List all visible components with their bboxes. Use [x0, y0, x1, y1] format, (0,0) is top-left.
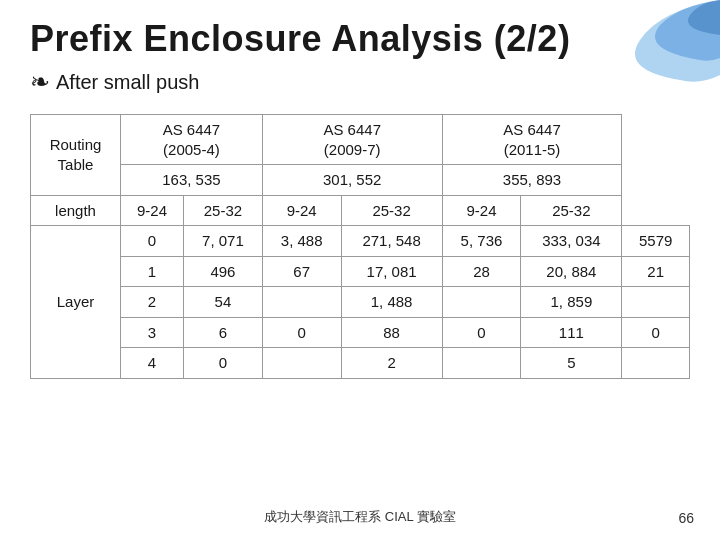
subtitle-text: After small push: [56, 71, 199, 94]
r4v6: [622, 348, 690, 379]
r1v4: 28: [442, 256, 521, 287]
data-table: RoutingTable AS 6447(2005-4) AS 6447(200…: [30, 114, 690, 379]
routing-table-header: RoutingTable: [31, 115, 121, 196]
table-row: 3 6 0 88 0 111 0: [31, 317, 690, 348]
length-9-24-c: 9-24: [442, 195, 521, 226]
table-row: 4 0 2 5: [31, 348, 690, 379]
r0v2: 3, 488: [262, 226, 341, 257]
bullet-icon: ❧: [30, 68, 50, 96]
size-2011: 355, 893: [442, 165, 622, 196]
r2v5: 1, 859: [521, 287, 622, 318]
r3v5: 111: [521, 317, 622, 348]
r3v6: 0: [622, 317, 690, 348]
layer-label: Layer: [31, 226, 121, 379]
r3v1: 6: [184, 317, 263, 348]
length-label: length: [31, 195, 121, 226]
r2v6: [622, 287, 690, 318]
r3v3: 88: [341, 317, 442, 348]
r4v3: 2: [341, 348, 442, 379]
r0v3: 271, 548: [341, 226, 442, 257]
table-row: 1 496 67 17, 081 28 20, 884 21: [31, 256, 690, 287]
r2v1: 54: [184, 287, 263, 318]
table-header-row: RoutingTable AS 6447(2005-4) AS 6447(200…: [31, 115, 690, 165]
subtitle: ❧ After small push: [30, 68, 690, 96]
layer-2: 2: [121, 287, 184, 318]
r3v4: 0: [442, 317, 521, 348]
table-row: 163, 535 301, 552 355, 893: [31, 165, 690, 196]
r1v6: 21: [622, 256, 690, 287]
length-9-24-b: 9-24: [262, 195, 341, 226]
r1v5: 20, 884: [521, 256, 622, 287]
layer-3: 3: [121, 317, 184, 348]
table-row: 2 54 1, 488 1, 859: [31, 287, 690, 318]
r4v1: 0: [184, 348, 263, 379]
footer-text: 成功大學資訊工程系 CIAL 實驗室: [264, 508, 456, 526]
r4v5: 5: [521, 348, 622, 379]
r2v3: 1, 488: [341, 287, 442, 318]
r4v4: [442, 348, 521, 379]
r3v2: 0: [262, 317, 341, 348]
r1v3: 17, 081: [341, 256, 442, 287]
r1v2: 67: [262, 256, 341, 287]
layer-4: 4: [121, 348, 184, 379]
page-title: Prefix Enclosure Analysis (2/2): [30, 18, 690, 60]
length-9-24-a: 9-24: [121, 195, 184, 226]
as6447-2009-header: AS 6447(2009-7): [262, 115, 442, 165]
r2v2: [262, 287, 341, 318]
r4v2: [262, 348, 341, 379]
r0v6: 5579: [622, 226, 690, 257]
as6447-2011-header: AS 6447(2011-5): [442, 115, 622, 165]
page-number: 66: [678, 510, 694, 526]
r0v5: 333, 034: [521, 226, 622, 257]
layer-1: 1: [121, 256, 184, 287]
r0v1: 7, 071: [184, 226, 263, 257]
table-row: Layer 0 7, 071 3, 488 271, 548 5, 736 33…: [31, 226, 690, 257]
size-2009: 301, 552: [262, 165, 442, 196]
table-row: length 9-24 25-32 9-24 25-32 9-24 25-32: [31, 195, 690, 226]
length-25-32-c: 25-32: [521, 195, 622, 226]
size-2005: 163, 535: [121, 165, 263, 196]
as6447-2005-header: AS 6447(2005-4): [121, 115, 263, 165]
r1v1: 496: [184, 256, 263, 287]
length-25-32-a: 25-32: [184, 195, 263, 226]
layer-0: 0: [121, 226, 184, 257]
r0v4: 5, 736: [442, 226, 521, 257]
length-25-32-b: 25-32: [341, 195, 442, 226]
r2v4: [442, 287, 521, 318]
